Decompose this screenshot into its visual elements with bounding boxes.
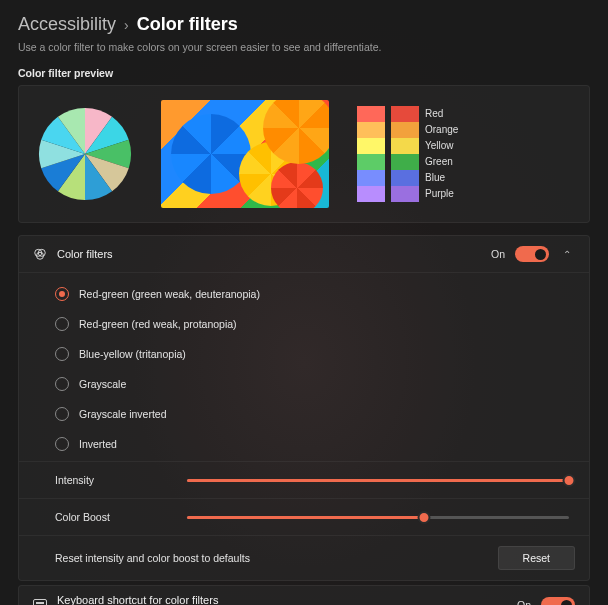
reset-row: Reset intensity and color boost to defau… xyxy=(19,535,589,580)
filter-option[interactable]: Red-green (red weak, protanopia) xyxy=(19,309,589,339)
filter-option[interactable]: Grayscale inverted xyxy=(19,399,589,429)
breadcrumb-parent[interactable]: Accessibility xyxy=(18,14,116,35)
pie-chart-preview xyxy=(37,106,133,202)
radio-icon xyxy=(55,407,69,421)
color-boost-row: Color Boost xyxy=(19,498,589,535)
preview-label: Color filter preview xyxy=(18,67,590,79)
radio-icon xyxy=(55,377,69,391)
reset-label: Reset intensity and color boost to defau… xyxy=(55,552,250,564)
filter-options-group: Red-green (green weak, deuteranopia)Red-… xyxy=(19,272,589,461)
breadcrumb: Accessibility › Color filters xyxy=(18,14,590,35)
swatch xyxy=(391,106,419,122)
filter-option-label: Grayscale xyxy=(79,378,126,390)
filter-option[interactable]: Grayscale xyxy=(19,369,589,399)
filter-option[interactable]: Red-green (green weak, deuteranopia) xyxy=(19,279,589,309)
filter-option[interactable]: Blue-yellow (tritanopia) xyxy=(19,339,589,369)
radio-icon xyxy=(55,317,69,331)
color-filter-icon xyxy=(33,247,47,261)
swatch-label: Blue xyxy=(425,170,458,186)
keyboard-shortcut-toggle[interactable] xyxy=(541,597,575,605)
color-boost-label: Color Boost xyxy=(55,511,175,523)
reset-button[interactable]: Reset xyxy=(498,546,575,570)
swatch xyxy=(357,170,385,186)
filter-option-label: Grayscale inverted xyxy=(79,408,167,420)
swatch-label: Orange xyxy=(425,122,458,138)
swatch xyxy=(357,106,385,122)
filter-option-label: Blue-yellow (tritanopia) xyxy=(79,348,186,360)
umbrella-photo-preview xyxy=(161,100,329,208)
filter-option[interactable]: Inverted xyxy=(19,429,589,459)
swatch-label: Purple xyxy=(425,186,458,202)
color-boost-slider[interactable] xyxy=(187,516,569,519)
color-palette-preview: RedOrangeYellowGreenBluePurple xyxy=(357,106,458,202)
color-filter-preview: RedOrangeYellowGreenBluePurple xyxy=(18,85,590,223)
color-filters-toggle[interactable] xyxy=(515,246,549,262)
swatch xyxy=(357,138,385,154)
swatch xyxy=(391,138,419,154)
keyboard-shortcut-card[interactable]: Keyboard shortcut for color filters Pres… xyxy=(18,585,590,605)
filter-option-label: Inverted xyxy=(79,438,117,450)
keyboard-shortcut-state: On xyxy=(517,599,531,605)
chevron-up-icon[interactable]: ⌃ xyxy=(559,247,575,262)
swatch xyxy=(357,186,385,202)
swatch xyxy=(391,186,419,202)
swatch xyxy=(357,154,385,170)
radio-icon xyxy=(55,287,69,301)
radio-icon xyxy=(55,437,69,451)
swatch-label: Green xyxy=(425,154,458,170)
radio-icon xyxy=(55,347,69,361)
chevron-right-icon: › xyxy=(124,17,129,33)
intensity-slider[interactable] xyxy=(187,479,569,482)
swatch-label: Red xyxy=(425,106,458,122)
color-filters-state: On xyxy=(491,248,505,260)
color-filters-header[interactable]: Color filters On ⌃ xyxy=(19,236,589,272)
swatch xyxy=(391,122,419,138)
keyboard-icon xyxy=(33,598,47,605)
keyboard-shortcut-title: Keyboard shortcut for color filters xyxy=(57,594,331,605)
page-subtitle: Use a color filter to make colors on you… xyxy=(18,41,590,53)
swatch-label: Yellow xyxy=(425,138,458,154)
intensity-row: Intensity xyxy=(19,461,589,498)
swatch xyxy=(391,154,419,170)
filter-option-label: Red-green (green weak, deuteranopia) xyxy=(79,288,260,300)
filter-option-label: Red-green (red weak, protanopia) xyxy=(79,318,237,330)
color-filters-card: Color filters On ⌃ Red-green (green weak… xyxy=(18,235,590,581)
color-filters-title: Color filters xyxy=(57,248,113,260)
swatch xyxy=(357,122,385,138)
swatch xyxy=(391,170,419,186)
intensity-label: Intensity xyxy=(55,474,175,486)
page-title: Color filters xyxy=(137,14,238,35)
